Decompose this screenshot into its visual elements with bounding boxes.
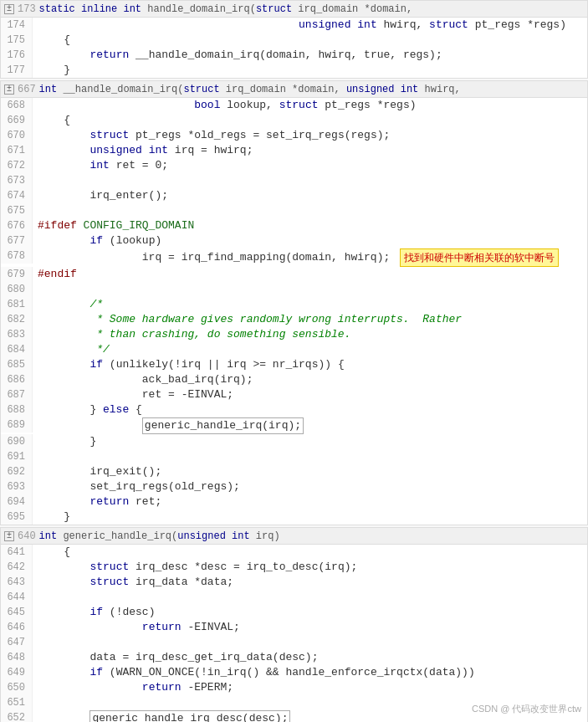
- code-line: 688 } else {: [1, 402, 587, 417]
- line-number: 668: [1, 98, 33, 113]
- code-text: ack_bad_irq(irq);: [38, 373, 253, 386]
- code-text: irq = hwirq;: [168, 144, 253, 156]
- keyword: bool: [194, 99, 220, 111]
- line-content: data = irq_desc_get_irq_data(desc);: [33, 650, 587, 665]
- code-text: [38, 576, 89, 588]
- code-text: }: [38, 510, 70, 523]
- line-content: }: [33, 509, 587, 525]
- line-content: unsigned int hwirq, struct pt_regs *regs…: [33, 18, 587, 33]
- keyword: if: [89, 234, 103, 247]
- code-line: 682 * Some hardware gives randomly wrong…: [1, 312, 587, 327]
- code-block: 641 {642 struct irq_desc *desc = irq_to_…: [1, 545, 587, 722]
- line-number: 683: [1, 327, 33, 342]
- line-content: irq_exit();: [33, 464, 587, 479]
- line-content: struct irq_data *data;: [33, 575, 587, 590]
- line-number: 681: [1, 297, 33, 312]
- line-number: 671: [1, 143, 33, 158]
- line-number: 652: [1, 710, 33, 722]
- code-text: [38, 606, 89, 618]
- code-line: 670 struct pt_regs *old_regs = set_irq_r…: [1, 128, 587, 143]
- code-text: [38, 99, 194, 111]
- comment: * than crashing, do something sensible.: [38, 328, 350, 341]
- section-header[interactable]: ±173static inline int handle_domain_irq(…: [1, 1, 587, 18]
- line-content: if (lookup): [33, 233, 587, 248]
- keyword: struct: [279, 99, 319, 111]
- line-number: 670: [1, 128, 33, 143]
- keyword: int: [89, 159, 109, 172]
- line-number: 679: [1, 267, 33, 282]
- code-line: 177 }: [1, 63, 587, 78]
- section-header[interactable]: ±640int generic_handle_irq(unsigned int …: [1, 528, 587, 545]
- preprocessor-value: CONFIG_IRQ_DOMAIN: [84, 219, 195, 232]
- code-line: 176 return __handle_domain_irq(domain, h…: [1, 48, 587, 63]
- code-text: {: [38, 33, 70, 46]
- line-content: generic_handle_irq(irq);: [33, 417, 587, 434]
- header-line-num: 173: [18, 3, 36, 15]
- code-line: 673: [1, 173, 587, 188]
- code-text: }: [38, 435, 96, 448]
- code-text: [38, 129, 89, 141]
- code-line: 686 ack_bad_irq(irq);: [1, 372, 587, 387]
- line-number: 646: [1, 620, 33, 635]
- code-line: 674 irq_enter();: [1, 188, 587, 203]
- code-text: [38, 18, 299, 31]
- code-line: 175 {: [1, 33, 587, 48]
- code-text: pt_regs *regs): [468, 18, 566, 31]
- line-number: 648: [1, 650, 33, 665]
- code-text: [38, 666, 89, 678]
- line-content: irq_enter();: [33, 188, 587, 203]
- watermark: CSDN @ 代码改变世界ctw: [472, 703, 581, 715]
- line-number: 650: [1, 680, 33, 695]
- line-content: return __handle_domain_irq(domain, hwirq…: [33, 48, 587, 63]
- line-number: 688: [1, 402, 33, 417]
- line-content: * than crashing, do something sensible.: [33, 327, 587, 342]
- fold-icon[interactable]: ±: [4, 531, 14, 541]
- line-number: 678: [1, 248, 33, 264]
- code-line: 648 data = irq_desc_get_irq_data(desc);: [1, 650, 587, 665]
- line-content: int ret = 0;: [33, 158, 587, 173]
- code-line: 641 {: [1, 545, 587, 560]
- code-text: }: [38, 64, 70, 76]
- code-text: [38, 159, 89, 172]
- code-text: irq_enter();: [38, 189, 168, 202]
- line-content: /*: [33, 297, 587, 312]
- line-content: irq = irq_find_mapping(domain, hwirq); 找…: [33, 248, 587, 267]
- code-text: (lookup): [103, 234, 161, 247]
- line-content: ack_bad_irq(irq);: [33, 372, 587, 387]
- code-text: (!desc): [103, 606, 155, 618]
- code-line: 687 ret = -EINVAL;: [1, 387, 587, 402]
- line-content: unsigned int irq = hwirq;: [33, 143, 587, 158]
- comment: /*: [38, 298, 103, 310]
- line-number: 643: [1, 575, 33, 590]
- code-line: 684 */: [1, 342, 587, 357]
- keyword: return: [142, 621, 182, 633]
- line-content: {: [33, 545, 587, 560]
- keyword: return: [142, 681, 182, 694]
- line-number: 687: [1, 387, 33, 402]
- code-text: [38, 495, 89, 508]
- fold-icon[interactable]: ±: [4, 4, 14, 14]
- code-text: }: [38, 403, 103, 416]
- code-text: [38, 234, 89, 247]
- code-line: 645 if (!desc): [1, 605, 587, 620]
- code-line: 680: [1, 282, 587, 297]
- annotation-label: 找到和硬件中断相关联的软中断号: [400, 248, 559, 267]
- code-line: 669 {: [1, 113, 587, 128]
- line-number: 676: [1, 218, 33, 233]
- keyword: if: [89, 606, 103, 618]
- line-content: if (unlikely(!irq || irq >= nr_irqs)) {: [33, 357, 587, 372]
- code-text: [38, 49, 89, 61]
- line-number: 694: [1, 494, 33, 509]
- line-number: 677: [1, 233, 33, 248]
- line-number: 680: [1, 282, 33, 297]
- line-number: 645: [1, 605, 33, 620]
- line-number: 690: [1, 434, 33, 449]
- line-number: 177: [1, 63, 33, 78]
- line-number: 641: [1, 545, 33, 560]
- fold-icon[interactable]: ±: [4, 84, 14, 95]
- section-header[interactable]: ±667int __handle_domain_irq(struct irq_d…: [1, 81, 587, 98]
- line-number: 691: [1, 449, 33, 464]
- code-text: ret = 0;: [110, 159, 168, 172]
- code-viewer: ±173static inline int handle_domain_irq(…: [0, 0, 588, 722]
- code-line: 693 set_irq_regs(old_regs);: [1, 479, 587, 494]
